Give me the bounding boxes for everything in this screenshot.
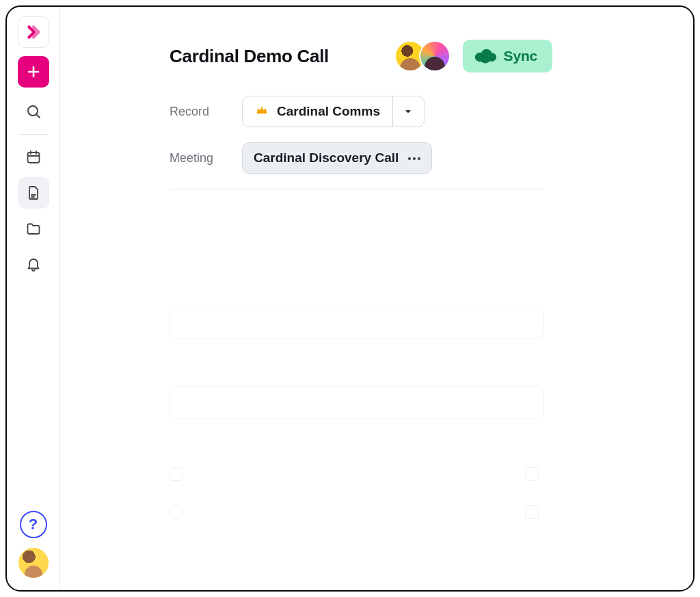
- participant-avatars[interactable]: [394, 40, 450, 72]
- content-column: Cardinal Demo Call Sync: [60, 7, 552, 519]
- document-icon[interactable]: [18, 177, 49, 209]
- svg-point-8: [418, 157, 420, 160]
- help-button[interactable]: ?: [20, 511, 47, 538]
- placeholder-checkbox: [525, 505, 539, 519]
- svg-point-5: [480, 54, 490, 63]
- svg-rect-1: [27, 152, 39, 163]
- sidebar: ?: [7, 7, 60, 590]
- placeholder-box: [170, 386, 544, 419]
- meeting-chip[interactable]: Cardinal Discovery Call: [242, 142, 432, 174]
- sidebar-divider: [19, 134, 48, 135]
- record-value: Cardinal Comms: [277, 104, 380, 119]
- bell-icon[interactable]: [18, 248, 49, 280]
- record-selector-main[interactable]: Cardinal Comms: [243, 96, 392, 127]
- meeting-row: Meeting Cardinal Discovery Call: [170, 142, 552, 174]
- page-title: Cardinal Demo Call: [170, 46, 329, 67]
- svg-point-0: [28, 106, 38, 116]
- placeholder-box: [170, 306, 544, 339]
- svg-point-6: [408, 157, 411, 160]
- app-logo-icon[interactable]: [18, 16, 49, 48]
- header-row: Cardinal Demo Call Sync: [170, 40, 552, 72]
- sync-label: Sync: [504, 48, 537, 64]
- section-divider: [170, 189, 544, 189]
- record-dropdown-toggle[interactable]: [392, 96, 424, 127]
- placeholder-checkbox: [170, 505, 183, 519]
- svg-point-7: [413, 157, 416, 160]
- meeting-field-label: Meeting: [170, 151, 213, 165]
- empty-content-area: [170, 306, 544, 519]
- app-window: ? Cardinal Demo Call: [5, 5, 695, 592]
- record-row: Record Cardinal Comms: [170, 96, 552, 127]
- add-button[interactable]: [18, 56, 49, 88]
- placeholder-row: [170, 505, 544, 519]
- crown-icon: [255, 103, 269, 120]
- placeholder-checkbox: [170, 467, 183, 481]
- help-glyph: ?: [29, 516, 38, 533]
- placeholder-checkbox: [525, 467, 539, 481]
- meeting-value: Cardinal Discovery Call: [254, 150, 399, 165]
- folder-icon[interactable]: [18, 213, 49, 244]
- main-content: Cardinal Demo Call Sync: [60, 7, 693, 590]
- calendar-icon[interactable]: [18, 142, 49, 173]
- record-selector[interactable]: Cardinal Comms: [242, 96, 425, 127]
- more-icon[interactable]: [408, 156, 420, 160]
- placeholder-row: [170, 467, 544, 481]
- record-field-label: Record: [170, 105, 213, 119]
- search-icon[interactable]: [18, 96, 49, 127]
- salesforce-cloud-icon: [474, 47, 497, 66]
- sidebar-bottom: ?: [18, 511, 49, 590]
- sync-button[interactable]: Sync: [463, 40, 552, 72]
- avatar[interactable]: [419, 40, 450, 72]
- user-avatar[interactable]: [18, 548, 49, 578]
